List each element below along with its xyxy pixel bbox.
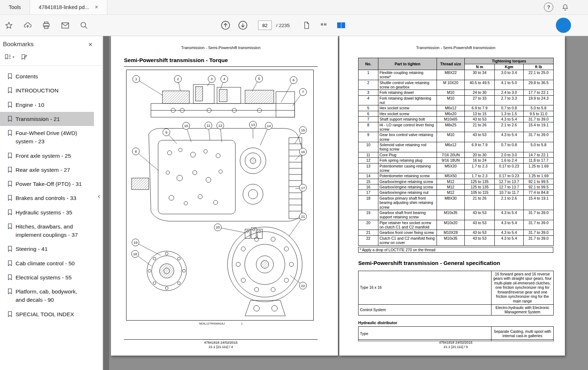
bookmark-item[interactable]: INTRODUCTION: [0, 83, 94, 97]
page-number-input[interactable]: [258, 21, 272, 30]
torque-row: 16Gearbox/engine retaining screwM12125 t…: [359, 184, 554, 190]
close-panel-icon[interactable]: ×: [88, 41, 93, 48]
bookmark-item[interactable]: Platform, cab, bodywork, and decals - 90: [0, 284, 94, 307]
cloud-upload-icon[interactable]: [21, 19, 34, 32]
star-icon[interactable]: [2, 19, 15, 32]
bookmark-item[interactable]: Transmission - 21: [0, 112, 94, 126]
spec-row: TypeSeparate Casting, multi spool with i…: [359, 326, 554, 341]
torque-cell: 4.3 to 5.4: [495, 235, 524, 245]
previous-page-icon[interactable]: [219, 19, 232, 32]
torque-cell: 9/16 18UN: [437, 158, 465, 163]
spec-row: Control SystemElectro-hydraulic with Ele…: [359, 304, 554, 315]
bookmark-item[interactable]: Rear axle system - 27: [0, 163, 94, 177]
single-page-icon[interactable]: [300, 19, 313, 32]
transmission-diagram: 12345678910111213141516171819202122: [126, 70, 313, 320]
callout-number: 16: [301, 150, 305, 154]
torque-cell: 0.7 to 0.8: [495, 105, 524, 111]
tab-tools[interactable]: Tools: [0, 0, 30, 14]
col-header-torque: Tightening torques: [465, 58, 554, 64]
bookmark-item[interactable]: SPECIAL TOOL INDEX: [0, 307, 94, 321]
torque-cell: 5.0 to 5.8: [524, 105, 554, 111]
callout-number: 10: [184, 124, 189, 128]
spec-value: Electro-hydraulic with Electronic Manage…: [492, 304, 554, 315]
figure-caption: MOIL12TR00691AJ 1: [124, 322, 318, 325]
bookmarks-panel-title: Bookmarks: [3, 41, 34, 48]
torque-cell: 92.1 to 99.5: [524, 184, 554, 190]
torque-cell: 31.7 to 39.0: [524, 117, 554, 122]
torque-cell: 1.25 to 1.69: [524, 163, 554, 173]
bookmark-item[interactable]: Engine - 10: [0, 98, 94, 112]
hydraulic-distributor-table: TypeSeparate Casting, multi spool with i…: [358, 326, 554, 341]
callout-number: 6: [293, 78, 295, 82]
torque-cell: 22.1 to 25.0: [524, 70, 554, 80]
user-avatar[interactable]: [556, 18, 571, 33]
help-glyph: ?: [547, 4, 550, 10]
bookmark-label: Power Take-Off (PTO) - 31: [16, 180, 82, 188]
page-display-icon[interactable]: [317, 19, 330, 32]
torque-cell: 2: [359, 80, 378, 90]
callout-number: 13: [251, 123, 255, 127]
pdf-page-right: Transmission - Semi-Powershift transmiss…: [339, 36, 565, 356]
bookmark-icon: [8, 153, 12, 158]
col-header-nm: N m: [465, 64, 495, 70]
torque-cell: M10: [437, 132, 465, 142]
pdf-page-left: Transmission - Semi-Powershift transmiss…: [111, 36, 338, 356]
torque-cell: 15.4 to 19.1: [524, 195, 554, 210]
print-icon[interactable]: [40, 19, 53, 32]
torque-cell: Hex socket screw: [378, 105, 437, 111]
torque-cell: Potentiometer casing retaining screw: [378, 163, 437, 173]
bookmark-item[interactable]: Cab climate control - 50: [0, 256, 94, 270]
torque-cell: 43 to 53: [465, 132, 495, 142]
torque-row: 4Fork retaining dowel tightening nutM102…: [359, 95, 554, 105]
torque-cell: 4: [359, 95, 378, 105]
tabbar-right-actions: ?: [544, 0, 588, 14]
next-page-icon[interactable]: [236, 19, 249, 32]
torque-cell: 3: [359, 90, 378, 95]
torque-row: 17Gearbox/engine retaining nutM12105 to …: [359, 190, 554, 195]
torque-cell: 20 to 30: [465, 152, 495, 157]
torque-cell: M6x12: [437, 142, 465, 152]
torque-cell: 11.8 to 17.7: [524, 158, 554, 163]
bookmark-item[interactable]: Power Take-Off (PTO) - 31: [0, 177, 94, 191]
torque-cell: 31.7 to 39.0: [524, 220, 554, 230]
two-page-view-icon[interactable]: [335, 19, 348, 32]
bookmark-options-icon[interactable]: ▾: [4, 54, 14, 60]
torque-cell: 4.3 to 5.4: [495, 230, 524, 235]
bookmark-item[interactable]: Four-Wheel Drive (4WD) system - 23: [0, 126, 94, 149]
bookmark-item[interactable]: Hitches, drawbars, and implement couplin…: [0, 219, 94, 242]
bookmark-icon: [8, 102, 12, 108]
tab-close-icon[interactable]: ×: [95, 4, 98, 10]
torque-cell: 8: [359, 122, 378, 132]
help-icon[interactable]: ?: [544, 3, 553, 12]
page-running-header: Transmission - Semi-Powershift transmiss…: [358, 45, 553, 50]
bookmark-item[interactable]: Contents: [0, 69, 94, 83]
bookmark-label: INTRODUCTION: [16, 86, 59, 95]
torque-cell: 1.3 to 1.5: [495, 111, 524, 116]
bookmark-item[interactable]: Steering - 41: [0, 242, 94, 256]
bookmark-item[interactable]: Hydraulic systems - 35: [0, 205, 94, 219]
notifications-bell-icon[interactable]: [561, 3, 569, 11]
torque-cell: 2.4 to 3.0: [495, 90, 524, 95]
bookmark-item[interactable]: Electrical systems - 55: [0, 270, 94, 284]
panel-splitter[interactable]: [103, 36, 109, 370]
bookmark-icon: [8, 209, 12, 215]
bookmark-icon: [8, 246, 12, 252]
torque-cell: M10x20: [437, 220, 465, 230]
torque-cell: M10: [437, 95, 465, 105]
bookmark-label: Cab climate control - 50: [16, 259, 75, 267]
search-icon[interactable]: [77, 19, 90, 32]
bookmark-icon: [8, 223, 12, 229]
bookmark-item[interactable]: Brakes and controls - 33: [0, 191, 94, 205]
email-icon[interactable]: [59, 19, 72, 32]
tab-document[interactable]: 47841818-linked pd... ×: [30, 0, 107, 14]
bookmark-item[interactable]: Front axle system - 25: [0, 149, 94, 163]
torque-cell: M10: [437, 90, 465, 95]
torque-cell: 16 to 24: [465, 158, 495, 163]
collapse-panel-icon[interactable]: ‹: [95, 191, 103, 201]
torque-row: 21Gearbox front cover fixing screwM10X28…: [359, 230, 554, 235]
general-spec-table: Type 16 x 1616 forward gears and 16 reve…: [358, 271, 554, 315]
spec-label: Type 16 x 16: [359, 271, 492, 304]
bookmark-label: Electrical systems - 55: [16, 273, 72, 282]
new-bookmark-icon[interactable]: [20, 54, 27, 60]
torque-cell: 16: [359, 184, 378, 190]
